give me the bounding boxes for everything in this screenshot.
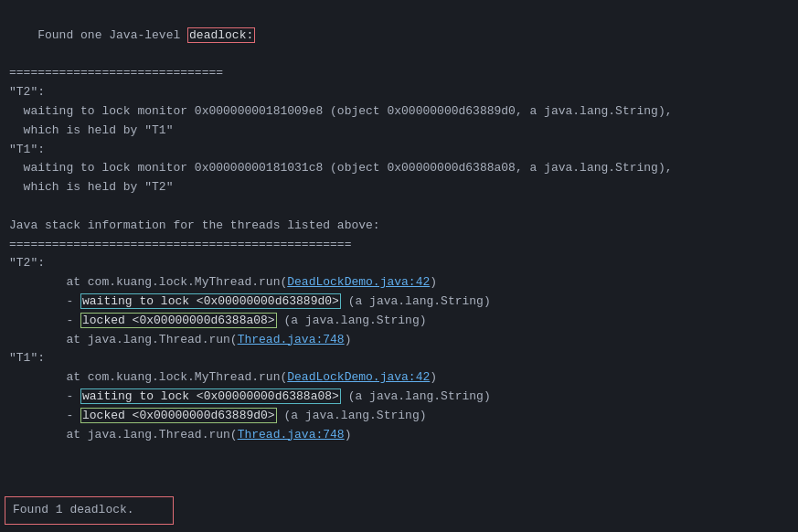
link-thread-2[interactable]: Thread.java:748	[238, 428, 345, 442]
link-thread-1[interactable]: Thread.java:748	[238, 333, 345, 346]
terminal-output: Found one Java-level deadlock: =========…	[0, 0, 798, 532]
green-box-2: locked <0x00000000d63889d0>	[80, 408, 277, 423]
line-t1-thread-run: at java.lang.Thread.run(Thread.java:748)	[9, 426, 789, 445]
line-t2-waiting: waiting to lock monitor 0x00000000181009…	[9, 102, 789, 122]
green-box-1: locked <0x00000000d6388a08>	[80, 313, 277, 328]
line-t1-stack-header: "T1":	[9, 349, 789, 368]
line-t2-waiting-lock: - waiting to lock <0x00000000d63889d0> (…	[9, 293, 789, 312]
line-t1-locked: - locked <0x00000000d63889d0> (a java.la…	[9, 407, 789, 426]
text-found: Found one Java-level	[37, 28, 187, 42]
footer-deadlock-box: Found 1 deadlock.	[5, 496, 174, 525]
line-blank	[9, 197, 789, 217]
line-t2-header: "T2":	[9, 83, 789, 102]
line-t1-waiting: waiting to lock monitor 0x00000000181031…	[9, 159, 789, 178]
line-t2-locked: - locked <0x00000000d6388a08> (a java.la…	[9, 312, 789, 331]
footer-text: Found 1 deadlock.	[13, 503, 134, 516]
line-separator-1: ==============================	[9, 64, 789, 83]
line-t2-stack-header: "T2":	[9, 254, 789, 273]
line-t2-thread-run: at java.lang.Thread.run(Thread.java:748)	[9, 331, 789, 350]
link-deadlockdemo-2[interactable]: DeadLockDemo.java:42	[287, 370, 430, 384]
cyan-box-1: waiting to lock <0x00000000d63889d0>	[80, 293, 341, 309]
line-separator-2: ========================================…	[9, 236, 789, 255]
line-1: Found one Java-level deadlock:	[9, 7, 789, 64]
link-deadlockdemo-1[interactable]: DeadLockDemo.java:42	[287, 275, 430, 289]
line-t2-held: which is held by "T1"	[9, 122, 789, 141]
line-stack-info: Java stack information for the threads l…	[9, 217, 789, 236]
line-t1-waiting-lock: - waiting to lock <0x00000000d6388a08> (…	[9, 388, 789, 407]
line-t2-at-1: at com.kuang.lock.MyThread.run(DeadLockD…	[9, 273, 789, 293]
deadlock-highlight: deadlock:	[187, 27, 255, 43]
cyan-box-2: waiting to lock <0x00000000d6388a08>	[80, 388, 341, 404]
line-t1-header: "T1":	[9, 141, 789, 160]
line-t1-at-1: at com.kuang.lock.MyThread.run(DeadLockD…	[9, 368, 789, 388]
line-t1-held: which is held by "T2"	[9, 178, 789, 197]
